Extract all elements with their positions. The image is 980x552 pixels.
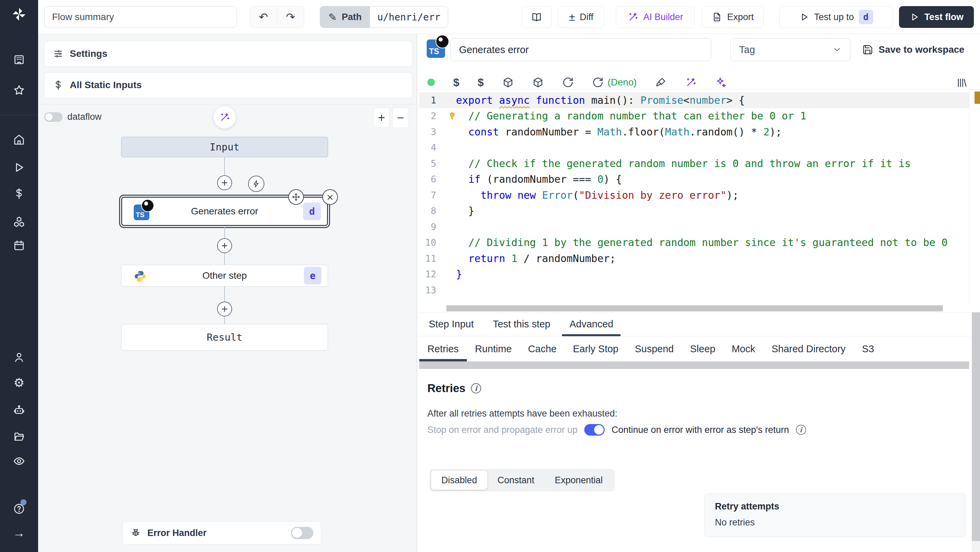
line-number: 4 xyxy=(419,142,447,153)
flow-settings-button[interactable]: Settings xyxy=(44,41,412,67)
ai-wand-icon[interactable] xyxy=(685,76,697,88)
all-static-inputs-button[interactable]: All Static Inputs xyxy=(44,72,412,98)
code-line[interactable]: 13 xyxy=(419,282,980,298)
runtime-reset-group[interactable]: (Deno) xyxy=(592,76,637,88)
code-line[interactable]: 5 // Check if the generated random numbe… xyxy=(419,156,980,172)
subtabs-horizontal-scrollbar[interactable] xyxy=(419,361,969,369)
workers-robot-icon[interactable] xyxy=(11,402,27,418)
code-line[interactable]: 2 // Generating a random number that can… xyxy=(419,108,980,124)
export-button[interactable]: Export xyxy=(702,6,764,28)
line-number: 8 xyxy=(419,205,447,216)
insert-step-plus-button[interactable] xyxy=(217,238,232,253)
code-line[interactable]: 4 xyxy=(419,140,980,156)
subtab-runtime[interactable]: Runtime xyxy=(467,336,520,361)
workspace-icon[interactable] xyxy=(11,51,27,68)
retry-strategy-constant[interactable]: Constant xyxy=(487,471,544,490)
step-node-generates-error[interactable]: TS Generates error d × xyxy=(121,197,328,226)
flow-input-node[interactable]: Input xyxy=(121,137,328,157)
schedules-calendar-icon[interactable] xyxy=(11,237,27,253)
trigger-bolt-button[interactable] xyxy=(248,176,264,192)
editor-horizontal-scrollbar[interactable] xyxy=(447,305,964,312)
path-editor[interactable]: ✎ Path u/henri/err xyxy=(320,6,448,28)
zoom-in-button[interactable]: + xyxy=(373,108,390,128)
help-icon[interactable] xyxy=(11,501,27,517)
code-line[interactable]: 1export async function main(): Promise<n… xyxy=(419,92,980,108)
format-broom-icon[interactable] xyxy=(655,76,667,88)
insert-resource-icon[interactable]: $ xyxy=(478,77,484,88)
panel-vertical-scrollbar[interactable] xyxy=(972,312,980,552)
scrollbar-thumb[interactable] xyxy=(972,312,980,541)
insert-step-plus-button[interactable] xyxy=(217,175,232,190)
subtab-early-stop[interactable]: Early Stop xyxy=(565,336,627,361)
subtab-sleep[interactable]: Sleep xyxy=(682,336,724,361)
scrollbar-thumb[interactable] xyxy=(447,305,943,312)
step-name-input[interactable]: Generates error xyxy=(450,38,711,61)
home-icon[interactable] xyxy=(11,131,27,148)
favorites-star-icon[interactable] xyxy=(11,82,27,99)
tab-step-input[interactable]: Step Input xyxy=(419,312,483,336)
move-step-button[interactable] xyxy=(288,189,304,205)
ai-sparkles-icon[interactable] xyxy=(715,76,727,88)
subtab-suspend[interactable]: Suspend xyxy=(627,336,682,361)
docs-book-button[interactable] xyxy=(522,6,552,28)
users-person-icon[interactable] xyxy=(11,349,27,366)
delete-step-button[interactable]: × xyxy=(322,189,338,205)
redo-button[interactable]: ↷ xyxy=(277,6,304,27)
windmill-logo-icon[interactable] xyxy=(11,6,27,22)
ai-builder-button[interactable]: AI Builder xyxy=(616,6,695,28)
subtab-cache[interactable]: Cache xyxy=(520,336,565,361)
undo-button[interactable]: ↶ xyxy=(250,6,277,27)
path-value[interactable]: u/henri/err xyxy=(370,6,448,27)
diff-button[interactable]: ± Diff xyxy=(558,6,605,28)
audit-eye-icon[interactable] xyxy=(11,453,27,469)
sliders-icon xyxy=(53,48,64,59)
settings-gear-icon[interactable]: ⚙ xyxy=(11,375,27,391)
info-icon[interactable]: i xyxy=(796,425,806,435)
code-line[interactable]: 6 if (randomNumber === 0) { xyxy=(419,172,980,188)
ai-flow-wand-button[interactable] xyxy=(213,106,236,129)
subtab-mock[interactable]: Mock xyxy=(724,336,763,361)
code-line[interactable]: 12} xyxy=(419,266,980,282)
code-line[interactable]: 9 xyxy=(419,219,980,235)
runs-play-icon[interactable] xyxy=(11,159,27,176)
error-handler-toggle[interactable] xyxy=(291,527,313,539)
continue-on-error-toggle[interactable] xyxy=(584,424,605,436)
code-line[interactable]: 7 throw new Error("Division by zero erro… xyxy=(419,187,980,203)
code-line[interactable]: 10 // Dividing 1 by the generated random… xyxy=(419,235,980,251)
flow-result-node[interactable]: Result xyxy=(121,324,328,350)
subtab-shared-directory[interactable]: Shared Directory xyxy=(763,336,854,361)
save-to-workspace-button[interactable]: Save to workspace xyxy=(862,41,964,58)
dataflow-toggle[interactable] xyxy=(44,112,63,122)
variables-dollar-icon[interactable] xyxy=(11,186,27,202)
insert-step-plus-button[interactable] xyxy=(217,302,232,317)
package-icon[interactable] xyxy=(532,76,544,88)
insert-variable-icon[interactable]: $ xyxy=(453,77,460,88)
subtab-retries[interactable]: Retries xyxy=(419,336,467,361)
info-icon[interactable]: i xyxy=(471,383,481,393)
lightning-icon xyxy=(252,179,261,188)
folders-icon[interactable] xyxy=(11,428,27,445)
package-icon[interactable] xyxy=(502,76,514,88)
resources-boxes-icon[interactable] xyxy=(11,214,27,230)
code-line[interactable]: 3 const randomNumber = Math.floor(Math.r… xyxy=(419,124,980,140)
tab-advanced[interactable]: Advanced xyxy=(560,312,623,336)
editor-overview-ruler[interactable] xyxy=(969,89,980,305)
retry-strategy-disabled[interactable]: Disabled xyxy=(431,471,487,490)
error-handler-bar[interactable]: Error Handler xyxy=(123,521,321,544)
code-line[interactable]: 11 return 1 / randomNumber; xyxy=(419,250,980,266)
reload-icon[interactable] xyxy=(562,76,574,88)
subtab-s3[interactable]: S3 xyxy=(854,336,882,361)
flow-summary-input[interactable]: Flow summary xyxy=(44,6,237,28)
retry-strategy-exponential[interactable]: Exponential xyxy=(544,471,613,490)
library-icon[interactable] xyxy=(956,77,968,89)
zoom-out-button[interactable]: − xyxy=(392,108,409,128)
expand-arrow-icon[interactable]: → xyxy=(11,525,27,541)
code-line[interactable]: 8 } xyxy=(419,203,980,219)
step-node-other-step[interactable]: Other step e xyxy=(121,265,328,286)
test-up-to-button[interactable]: Test up to d xyxy=(779,6,893,28)
tag-select[interactable]: Tag xyxy=(730,38,850,61)
test-flow-button[interactable]: Test flow xyxy=(899,6,974,28)
code-editor[interactable]: 1export async function main(): Promise<n… xyxy=(419,89,980,312)
lightbulb-icon[interactable] xyxy=(447,110,457,122)
tab-test-this-step[interactable]: Test this step xyxy=(483,312,560,336)
